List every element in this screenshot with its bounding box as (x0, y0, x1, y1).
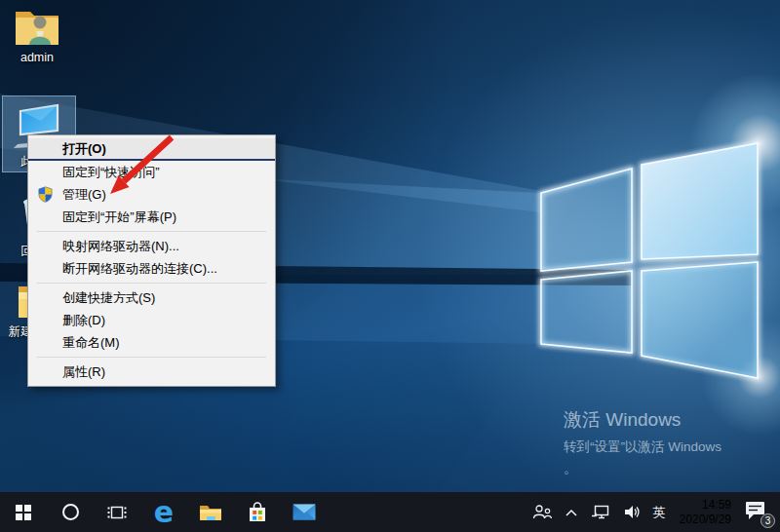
watermark-period: 。 (564, 460, 722, 477)
hidden-icons-button[interactable] (559, 492, 584, 532)
file-explorer-button[interactable] (187, 492, 234, 532)
menu-separator (37, 357, 266, 358)
mail-button[interactable] (281, 492, 328, 532)
edge-button[interactable]: e (140, 492, 187, 532)
watermark-title: 激活 Windows (564, 407, 722, 433)
store-icon (248, 502, 267, 522)
menu-item-open[interactable]: 打开(O) (28, 138, 275, 161)
speaker-icon (623, 504, 642, 520)
clock-time: 14:59 (702, 498, 731, 513)
notification-badge: 3 (760, 513, 775, 528)
people-button[interactable] (526, 492, 559, 532)
menu-item-disconnect-network-drive[interactable]: 断开网络驱动器的连接(C)... (28, 257, 275, 280)
task-view-icon (107, 505, 127, 520)
mail-icon (292, 504, 316, 520)
menu-item-label: 打开(O) (62, 141, 106, 156)
menu-item-pin-quick-access[interactable]: 固定到“快速访问” (28, 161, 275, 183)
taskbar-empty-area (328, 492, 526, 532)
menu-item-create-shortcut[interactable]: 创建快捷方式(S) (28, 286, 275, 309)
clock-date: 2020/9/29 (680, 513, 731, 527)
taskbar: e (0, 492, 780, 532)
store-button[interactable] (234, 492, 281, 532)
desktop-icon-label: admin (20, 51, 54, 64)
desktop-icon-admin-folder[interactable]: admin (0, 6, 74, 64)
context-menu: 打开(O) 固定到“快速访问” 管理(G) 固定到“开始”屏幕(P) 映射网络驱… (27, 134, 276, 387)
system-tray: 英 14:59 2020/9/29 3 (526, 492, 780, 532)
edge-icon: e (154, 498, 174, 527)
cortana-button[interactable] (47, 492, 94, 532)
menu-item-label: 创建快捷方式(S) (62, 290, 155, 305)
uac-shield-icon (37, 186, 54, 203)
watermark-subtitle: 转到“设置”以激活 Windows (564, 438, 722, 456)
user-folder-icon (13, 6, 61, 49)
activate-windows-watermark: 激活 Windows 转到“设置”以激活 Windows 。 (564, 407, 722, 477)
menu-separator (37, 231, 266, 232)
menu-item-pin-start[interactable]: 固定到“开始”屏幕(P) (28, 206, 275, 228)
menu-item-rename[interactable]: 重命名(M) (28, 331, 275, 354)
volume-button[interactable] (617, 492, 647, 532)
menu-item-manage[interactable]: 管理(G) (28, 183, 275, 206)
menu-item-label: 固定到“开始”屏幕(P) (62, 209, 176, 224)
input-language-indicator[interactable]: 英 (647, 492, 672, 532)
start-button[interactable] (0, 492, 47, 532)
file-explorer-icon (199, 504, 222, 521)
menu-item-label: 固定到“快速访问” (62, 165, 160, 179)
task-view-button[interactable] (94, 492, 140, 532)
network-icon (590, 504, 611, 520)
menu-item-label: 断开网络驱动器的连接(C)... (62, 261, 217, 276)
menu-item-map-network-drive[interactable]: 映射网络驱动器(N)... (28, 235, 275, 257)
windows-desktop: 激活 Windows 转到“设置”以激活 Windows 。 admin 此电脑 (0, 0, 780, 532)
menu-item-delete[interactable]: 删除(D) (28, 309, 275, 331)
menu-separator (37, 283, 266, 284)
action-center-button[interactable]: 3 (739, 492, 776, 532)
clock[interactable]: 14:59 2020/9/29 (672, 498, 739, 527)
menu-item-label: 映射网络驱动器(N)... (62, 239, 179, 253)
menu-item-label: 管理(G) (62, 187, 106, 202)
cortana-icon (62, 504, 79, 520)
chevron-up-icon (565, 508, 578, 517)
network-button[interactable] (584, 492, 617, 532)
menu-item-label: 属性(R) (62, 364, 105, 379)
people-icon (531, 504, 553, 520)
menu-item-properties[interactable]: 属性(R) (28, 361, 275, 383)
menu-item-label: 删除(D) (62, 313, 105, 327)
windows-logo-icon (16, 505, 31, 520)
menu-item-label: 重命名(M) (62, 335, 120, 350)
